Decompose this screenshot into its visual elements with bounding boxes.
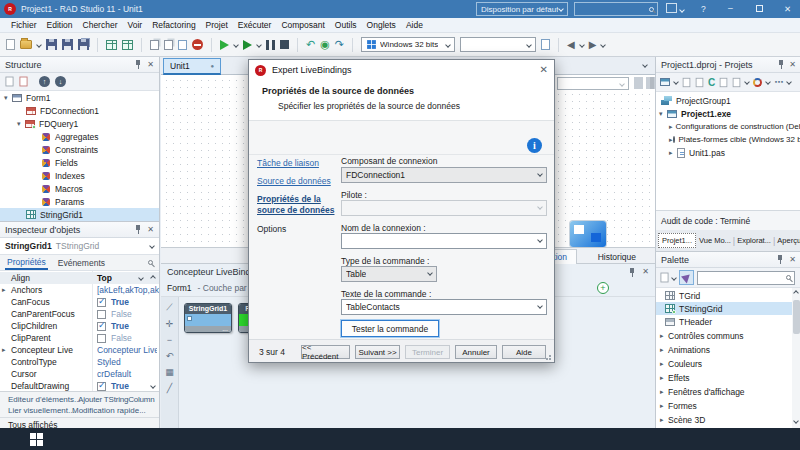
- cancel-button[interactable]: Annuler: [455, 345, 497, 359]
- zoom-tool-icon[interactable]: ⟋: [166, 302, 172, 313]
- palette-options-icon[interactable]: [660, 273, 668, 283]
- copy-icon[interactable]: [150, 40, 159, 50]
- checkbox-checked-icon[interactable]: [97, 298, 106, 307]
- property-row-canfocus[interactable]: CanFocusTrue: [0, 296, 159, 308]
- bind-visually-link[interactable]: Lier visuellement...: [8, 406, 75, 415]
- expander-icon[interactable]: ▾: [17, 120, 25, 128]
- maximize-button[interactable]: [756, 5, 763, 12]
- scroll-up-icon[interactable]: [793, 290, 799, 296]
- tree-item-aggregates[interactable]: Aggregates: [0, 130, 159, 143]
- expander-icon[interactable]: ▸: [669, 123, 673, 131]
- command-text-combo[interactable]: TableContacts: [341, 299, 547, 315]
- style-selector-combo[interactable]: [557, 77, 629, 90]
- expander-icon[interactable]: ▸: [660, 374, 668, 382]
- tab-apercu[interactable]: Aperçu ...: [777, 236, 800, 245]
- designer-tool-icon[interactable]: [634, 77, 643, 89]
- property-row-defaultdrawing[interactable]: DefaultDrawingTrue: [0, 380, 159, 391]
- expander-icon[interactable]: ▸: [660, 416, 668, 424]
- menu-projet[interactable]: Projet: [201, 20, 233, 30]
- more-icon[interactable]: ⋯: [774, 77, 783, 87]
- menu-fichier[interactable]: Fichier: [6, 20, 42, 30]
- palette-category-fenetres-affichage[interactable]: ▸Fenêtres d'affichage: [656, 385, 792, 398]
- search-icon[interactable]: [148, 260, 153, 265]
- chevron-down-icon[interactable]: [233, 42, 239, 48]
- platform-combo[interactable]: Windows 32 bits: [361, 37, 455, 52]
- palette-search-input[interactable]: [697, 271, 795, 285]
- tab-proprietes[interactable]: Propriétés: [5, 256, 48, 270]
- tree-item-macros[interactable]: Macros: [0, 182, 159, 195]
- palette-category-scene-3d[interactable]: ▸Scène 3D: [656, 413, 792, 426]
- previous-button[interactable]: << Précédent: [301, 345, 350, 359]
- inspector-object-combo[interactable]: StringGrid1 TStringGrid: [0, 238, 159, 255]
- tab-unit1[interactable]: Unit1 ●: [163, 58, 221, 75]
- step-into-icon[interactable]: ◉: [320, 38, 330, 51]
- refresh-icon[interactable]: C: [708, 77, 715, 88]
- test-command-button[interactable]: Tester la commande: [341, 320, 439, 337]
- pin-icon[interactable]: [776, 255, 784, 264]
- selection-cursor-button[interactable]: [679, 270, 694, 285]
- palette-category-effets[interactable]: ▸Effets: [656, 371, 792, 384]
- table-add-icon[interactable]: [122, 40, 133, 50]
- chevron-down-icon[interactable]: [744, 79, 750, 85]
- command-type-combo[interactable]: Table: [341, 266, 437, 282]
- view-source-icon[interactable]: [720, 77, 728, 86]
- pause-icon[interactable]: [266, 40, 275, 50]
- property-row-controltype[interactable]: ControlTypeStyled: [0, 356, 159, 368]
- tree-item-fields[interactable]: Fields: [0, 156, 159, 169]
- tree-item-form1[interactable]: ▾Form1: [0, 91, 159, 104]
- tab-vue-modele[interactable]: Vue Mo...: [699, 236, 731, 245]
- tree-item-stringgrid1[interactable]: StringGrid1: [0, 208, 159, 221]
- build-icon[interactable]: [753, 78, 762, 87]
- new-item-icon[interactable]: [5, 77, 13, 87]
- tree-item-unit1pas[interactable]: ▸Unit1.pas: [656, 146, 800, 159]
- checkbox-icon[interactable]: [97, 334, 106, 343]
- run-without-debug-icon[interactable]: [243, 40, 252, 50]
- add-binding-icon[interactable]: +: [597, 282, 609, 294]
- browse-icon[interactable]: [733, 77, 741, 86]
- tree-item-target-platforms[interactable]: ▸Plates-formes cible (Windows 32 bits): [656, 133, 800, 146]
- open-file-icon[interactable]: [20, 40, 32, 49]
- line-tool-icon[interactable]: ╱: [167, 383, 172, 393]
- tree-item-fdquery1[interactable]: ▾FDQuery1: [0, 117, 159, 130]
- checkbox-icon[interactable]: [97, 310, 106, 319]
- titlebar-search-input[interactable]: [574, 2, 658, 16]
- connection-component-combo[interactable]: FDConnection1: [341, 167, 547, 183]
- property-value[interactable]: Styled: [97, 357, 121, 367]
- close-button[interactable]: ✕: [784, 4, 791, 14]
- quick-edit-link[interactable]: Modification rapide...: [72, 406, 146, 415]
- expander-icon[interactable]: ▸: [660, 332, 668, 340]
- resize-grip[interactable]: [546, 354, 552, 360]
- tree-item-indexes[interactable]: Indexes: [0, 169, 159, 182]
- palette-item-tgrid[interactable]: TGrid: [656, 289, 792, 302]
- palette-scrollbar[interactable]: [792, 288, 800, 428]
- pin-icon[interactable]: [134, 60, 142, 69]
- help-button[interactable]: Aide: [502, 345, 546, 359]
- close-icon[interactable]: ✕: [789, 256, 796, 264]
- undo-tool-icon[interactable]: ↶: [166, 351, 174, 361]
- expander-icon[interactable]: ▸: [2, 286, 10, 294]
- property-value[interactable]: crDefault: [97, 369, 131, 379]
- nav-source-de-donnees[interactable]: Source de données: [257, 176, 341, 186]
- close-icon[interactable]: ✕: [642, 268, 649, 276]
- expander-icon[interactable]: ▾: [4, 94, 12, 102]
- info-icon[interactable]: i: [527, 138, 542, 153]
- tree-item-build-configurations[interactable]: ▸Configurations de construction (Debug): [656, 120, 800, 133]
- windows-start-icon[interactable]: [30, 433, 43, 446]
- property-row-align[interactable]: AlignTop: [0, 272, 159, 284]
- palette-category-animations[interactable]: ▸Animations: [656, 343, 792, 356]
- menu-onglets[interactable]: Onglets: [362, 20, 401, 30]
- target-icon[interactable]: [541, 39, 550, 50]
- chevron-down-icon[interactable]: [786, 79, 792, 85]
- property-row-canparentfocus[interactable]: CanParentFocusFalse: [0, 308, 159, 320]
- scrollbar-thumb[interactable]: [793, 300, 800, 334]
- tree-item-projectgroup1[interactable]: ProjectGroup1: [656, 94, 800, 107]
- dialog-close-icon[interactable]: ✕: [540, 66, 548, 74]
- tab-historique[interactable]: Historique: [589, 249, 645, 264]
- menu-edition[interactable]: Edition: [42, 20, 78, 30]
- menu-chercher[interactable]: Chercher: [78, 20, 123, 30]
- checkbox-checked-icon[interactable]: [97, 322, 106, 331]
- pin-icon[interactable]: [777, 60, 785, 69]
- run-icon[interactable]: [220, 40, 229, 50]
- activate-icon[interactable]: [660, 78, 670, 86]
- expander-icon[interactable]: ▸: [660, 346, 668, 354]
